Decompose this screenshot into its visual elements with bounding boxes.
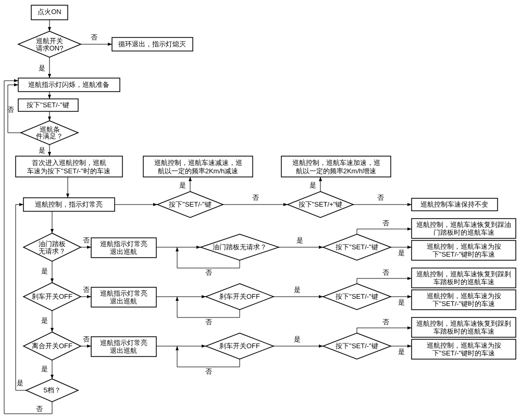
svg-text:退出巡航: 退出巡航 <box>110 347 137 354</box>
svg-text:车踏板时的巡航车速: 车踏板时的巡航车速 <box>433 278 494 286</box>
svg-text:否: 否 <box>83 236 90 244</box>
svg-text:首次进入巡航控制，巡航: 首次进入巡航控制，巡航 <box>32 159 106 167</box>
svg-text:是: 是 <box>309 181 316 189</box>
svg-text:下"SET/-"键时的车速: 下"SET/-"键时的车速 <box>432 250 495 258</box>
svg-text:否: 否 <box>252 194 259 201</box>
svg-text:巡航控制，巡航车速加速，巡: 巡航控制，巡航车速加速，巡 <box>292 159 380 167</box>
svg-text:是: 是 <box>41 267 48 275</box>
svg-text:按下"SET/+"键: 按下"SET/+"键 <box>299 200 343 208</box>
svg-text:否: 否 <box>205 269 212 276</box>
svg-text:是: 是 <box>398 298 405 306</box>
svg-text:否: 否 <box>36 405 43 413</box>
svg-text:否: 否 <box>83 335 90 343</box>
svg-text:油门踏板无请求？: 油门踏板无请求？ <box>213 243 267 251</box>
svg-text:按下"SET/-"键: 按下"SET/-"键 <box>336 292 378 300</box>
svg-text:巡航控制，巡航车速为按: 巡航控制，巡航车速为按 <box>427 243 501 250</box>
svg-text:是: 是 <box>41 316 48 324</box>
svg-text:无请求？: 无请求？ <box>39 247 66 255</box>
svg-text:按下"SET/-"键: 按下"SET/-"键 <box>169 200 211 208</box>
svg-text:是: 是 <box>41 365 48 373</box>
svg-text:退出巡航: 退出巡航 <box>110 248 137 256</box>
svg-text:件满足？: 件满足？ <box>36 132 63 140</box>
svg-text:否: 否 <box>382 318 389 326</box>
svg-text:巡航控制，巡航车速恢复到踩刹: 巡航控制，巡航车速恢复到踩刹 <box>416 320 511 327</box>
svg-text:刹车开关OFF: 刹车开关OFF <box>219 342 260 350</box>
svg-text:巡航指示灯闪烁，巡航准备: 巡航指示灯闪烁，巡航准备 <box>28 81 109 88</box>
svg-text:巡航控制，巡航车速为按: 巡航控制，巡航车速为按 <box>427 341 501 349</box>
svg-text:否: 否 <box>205 318 212 326</box>
svg-text:巡航控制，巡航车速恢复到踩油: 巡航控制，巡航车速恢复到踩油 <box>416 221 511 228</box>
svg-text:刹车开关OFF: 刹车开关OFF <box>32 292 72 300</box>
svg-text:是: 是 <box>296 236 303 244</box>
svg-text:巡航开关: 巡航开关 <box>36 37 63 45</box>
svg-text:刹车开关OFF: 刹车开关OFF <box>219 292 260 300</box>
svg-text:巡航控制车速保持不变: 巡航控制车速保持不变 <box>420 200 488 208</box>
svg-text:5档？: 5档？ <box>43 386 60 394</box>
svg-text:航以一定的频率2Km/h减速: 航以一定的频率2Km/h减速 <box>158 167 239 175</box>
svg-text:巡航控制，指示灯常亮: 巡航控制，指示灯常亮 <box>35 200 103 208</box>
svg-text:否: 否 <box>205 367 212 375</box>
svg-text:门踏板时的巡航车速: 门踏板时的巡航车速 <box>433 228 494 236</box>
svg-text:是: 是 <box>17 379 23 387</box>
svg-text:请求ON?: 请求ON? <box>36 44 64 52</box>
svg-text:按下"SET/-"键: 按下"SET/-"键 <box>336 243 378 251</box>
svg-text:巡航控制，巡航车速为按: 巡航控制，巡航车速为按 <box>427 292 501 300</box>
svg-text:是: 是 <box>179 181 186 189</box>
svg-text:航以一定的频率2Km/h增速: 航以一定的频率2Km/h增速 <box>296 167 377 175</box>
svg-text:否: 否 <box>7 106 14 113</box>
svg-text:是: 是 <box>398 348 405 355</box>
svg-text:巡航指示灯常亮: 巡航指示灯常亮 <box>100 339 147 347</box>
svg-text:否: 否 <box>91 33 97 41</box>
svg-text:按下"SET/-"键: 按下"SET/-"键 <box>336 342 378 350</box>
svg-text:巡航指示灯常亮: 巡航指示灯常亮 <box>100 289 147 297</box>
svg-text:按下"SET/-"键: 按下"SET/-"键 <box>27 101 69 109</box>
svg-text:否: 否 <box>382 269 389 276</box>
svg-text:点火ON: 点火ON <box>38 8 61 16</box>
svg-text:是: 是 <box>294 286 301 294</box>
svg-text:循环退出，指示灯熄灭: 循环退出，指示灯熄灭 <box>118 40 186 48</box>
svg-text:下"SET/-"键时的车速: 下"SET/-"键时的车速 <box>432 349 495 357</box>
svg-text:巡航控制，巡航车速恢复到踩刹: 巡航控制，巡航车速恢复到踩刹 <box>416 270 511 278</box>
svg-text:车速为按下"SET/-"时的车速: 车速为按下"SET/-"时的车速 <box>27 167 110 175</box>
svg-text:否: 否 <box>83 286 90 294</box>
svg-text:否: 否 <box>377 194 384 201</box>
svg-text:离合开关OFF: 离合开关OFF <box>32 342 72 350</box>
svg-text:是: 是 <box>398 249 405 257</box>
svg-text:是: 是 <box>294 335 301 343</box>
svg-text:油门踏板: 油门踏板 <box>39 240 66 248</box>
svg-text:退出巡航: 退出巡航 <box>110 297 137 305</box>
svg-text:是: 是 <box>39 64 45 72</box>
svg-text:车踏板时的巡航车速: 车踏板时的巡航车速 <box>433 327 494 335</box>
svg-text:下"SET/-"键时的车速: 下"SET/-"键时的车速 <box>432 300 495 308</box>
svg-text:巡航控制，巡航车速减速，巡: 巡航控制，巡航车速减速，巡 <box>154 159 242 167</box>
svg-text:否: 否 <box>382 219 389 227</box>
svg-text:是: 是 <box>39 146 45 154</box>
svg-text:巡航指示灯常亮: 巡航指示灯常亮 <box>100 240 147 248</box>
